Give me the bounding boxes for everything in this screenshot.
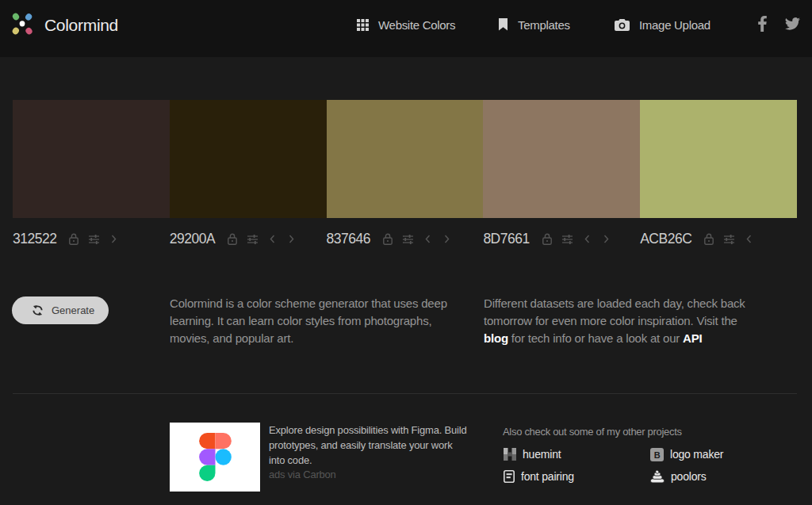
svg-text:B: B (654, 450, 661, 459)
